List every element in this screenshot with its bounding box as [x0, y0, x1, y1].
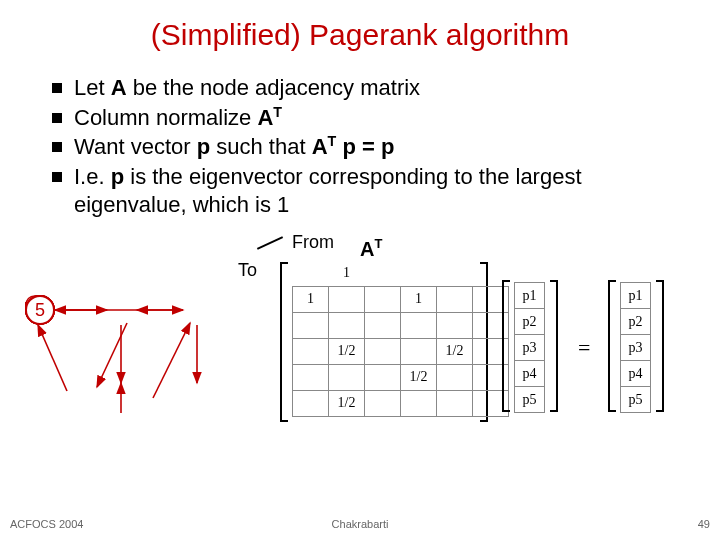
footer-left: ACFOCS 2004: [10, 518, 83, 530]
graph-edges: [25, 295, 225, 465]
svg-line-2: [153, 323, 190, 398]
bracket-icon: [608, 280, 616, 412]
bracket-icon: [502, 280, 510, 412]
graph: 1 2 3 4 5: [25, 295, 225, 455]
p-vector: p1 p2 p3 p4 p5: [514, 282, 545, 413]
from-label: From: [292, 232, 334, 253]
footer-right: 49: [698, 518, 710, 530]
bullet-item: I.e. p is the eigenvector corresponding …: [52, 163, 680, 218]
at-label: AT: [360, 236, 382, 261]
bracket-icon: [280, 262, 288, 422]
footer-center: Chakrabarti: [332, 518, 389, 530]
slide-title: (Simplified) Pagerank algorithm: [0, 0, 720, 52]
bullet-icon: [52, 113, 62, 123]
bullet-item: Column normalize AT: [52, 104, 680, 132]
bullet-item: Want vector p such that AT p = p: [52, 133, 680, 161]
bullet-icon: [52, 172, 62, 182]
equals-sign: =: [578, 335, 590, 361]
graph-node: 5: [25, 295, 55, 325]
bullet-icon: [52, 83, 62, 93]
to-label: To: [238, 260, 257, 281]
svg-line-1: [97, 323, 127, 387]
svg-line-6: [38, 325, 67, 391]
bullet-item: Let A be the node adjacency matrix: [52, 74, 680, 102]
bullet-list: Let A be the node adjacency matrix Colum…: [0, 52, 720, 218]
bracket-icon: [550, 280, 558, 412]
bracket-icon: [656, 280, 664, 412]
bullet-icon: [52, 142, 62, 152]
p-vector-result: p1 p2 p3 p4 p5: [620, 282, 651, 413]
to-line: [257, 236, 283, 250]
diagram-area: To From AT: [0, 230, 720, 480]
matrix: 1 11 1/21/2 1/2 1/2: [292, 260, 509, 417]
